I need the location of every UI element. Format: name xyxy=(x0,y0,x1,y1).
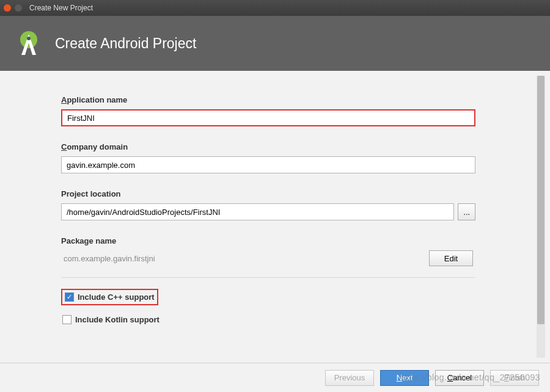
scrollbar-thumb[interactable] xyxy=(537,76,544,324)
window-titlebar: Create New Project xyxy=(0,0,550,16)
include-kotlin-checkbox[interactable] xyxy=(62,315,72,324)
company-domain-label: Company domain xyxy=(61,142,475,151)
window-close-button[interactable] xyxy=(4,4,11,12)
browse-location-button[interactable]: ... xyxy=(458,203,475,220)
edit-package-button[interactable]: Edit xyxy=(429,250,473,266)
wizard-footer: Previous Next Cancel Finish xyxy=(0,363,550,392)
include-cpp-checkbox-row[interactable]: Include C++ support xyxy=(61,289,158,305)
application-name-input[interactable] xyxy=(61,109,475,126)
application-name-label: Application name xyxy=(61,95,475,104)
android-studio-logo-icon xyxy=(15,29,43,57)
package-name-label: Package name xyxy=(61,236,475,245)
vertical-scrollbar[interactable] xyxy=(537,76,545,358)
wizard-content: Application name Company domain Project … xyxy=(0,71,537,363)
include-cpp-label: Include C++ support xyxy=(78,292,155,302)
wizard-title: Create Android Project xyxy=(55,35,196,52)
include-kotlin-label: Include Kotlin support xyxy=(75,315,160,324)
project-location-label: Project location xyxy=(61,189,475,198)
package-name-value: com.example.gavin.firstjni xyxy=(64,254,155,263)
svg-point-1 xyxy=(27,37,31,40)
window-minimize-button[interactable] xyxy=(15,4,22,12)
finish-button: Finish xyxy=(490,370,539,386)
wizard-header: Create Android Project xyxy=(0,16,550,71)
include-cpp-checkbox[interactable] xyxy=(65,292,74,302)
next-button[interactable]: Next xyxy=(380,370,429,386)
cancel-button[interactable]: Cancel xyxy=(435,370,484,386)
window-title: Create New Project xyxy=(29,4,93,12)
include-kotlin-checkbox-row[interactable]: Include Kotlin support xyxy=(61,314,475,325)
divider xyxy=(61,277,475,278)
project-location-input[interactable] xyxy=(61,203,454,220)
company-domain-input[interactable] xyxy=(61,156,475,173)
previous-button: Previous xyxy=(325,370,374,386)
